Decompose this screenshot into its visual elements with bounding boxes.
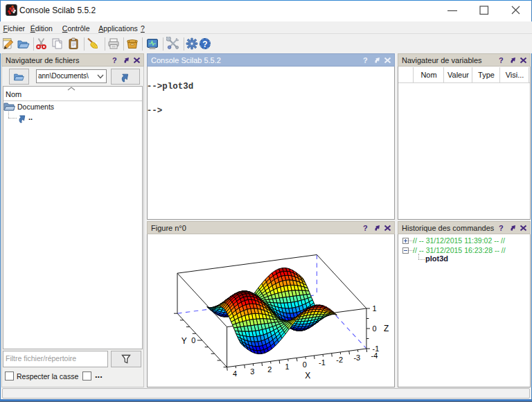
svg-text:2: 2 <box>267 365 272 374</box>
svg-text:0: 0 <box>303 360 307 369</box>
svg-text:?: ? <box>202 40 207 49</box>
svg-text:3: 3 <box>250 367 254 376</box>
svg-text:?: ? <box>499 225 504 231</box>
svg-text:-3: -3 <box>353 353 360 362</box>
svg-text:1: 1 <box>285 362 290 371</box>
svg-text:0: 0 <box>191 336 195 344</box>
svg-text:X: X <box>305 371 310 381</box>
svg-text:4: 4 <box>233 369 237 378</box>
svg-text:0: 0 <box>373 324 377 333</box>
svg-text:?: ? <box>112 57 117 64</box>
svg-text:?: ? <box>499 57 504 64</box>
svg-text:?: ? <box>363 57 368 64</box>
svg-text:-2: -2 <box>336 356 343 364</box>
svg-text:-1: -1 <box>373 344 380 353</box>
svg-text:1: 1 <box>373 304 377 313</box>
svg-text:Y: Y <box>181 336 187 346</box>
svg-text:-1: -1 <box>319 358 326 367</box>
svg-text:?: ? <box>363 225 368 231</box>
svg-text:Z: Z <box>384 324 389 333</box>
